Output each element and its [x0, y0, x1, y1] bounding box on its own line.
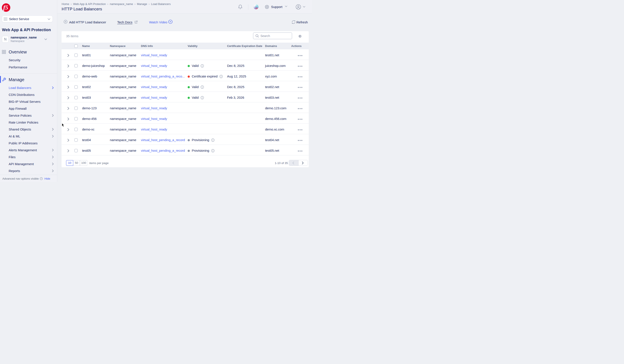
svg-text:?: ? [41, 178, 42, 180]
svg-text:f5: f5 [3, 4, 8, 11]
